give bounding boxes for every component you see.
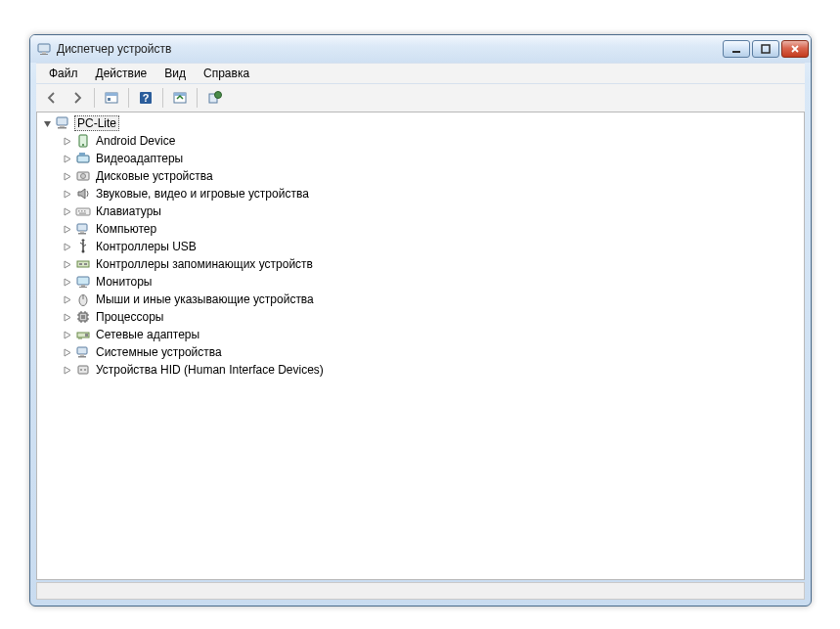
storage-controller-icon — [75, 256, 91, 272]
tree-node-label[interactable]: Мыши и иные указывающие устройства — [94, 292, 316, 306]
collapse-icon[interactable] — [41, 117, 53, 129]
device-manager-window: Диспетчер устройств Файл Действие Вид Сп… — [29, 34, 812, 607]
svg-point-31 — [82, 250, 85, 253]
minimize-button[interactable] — [723, 40, 750, 58]
tree-node[interactable]: Дисковые устройства — [59, 167, 802, 185]
processor-icon — [75, 309, 91, 325]
keyboard-icon — [75, 203, 91, 219]
tree-node[interactable]: Звуковые, видео и игровые устройства — [59, 185, 802, 202]
tree-node[interactable]: Устройства HID (Human Interface Devices) — [59, 361, 802, 379]
display-adapter-icon — [75, 151, 91, 166]
app-icon — [36, 41, 52, 57]
window-controls — [723, 40, 809, 58]
svg-rect-37 — [79, 287, 87, 288]
expand-icon[interactable] — [61, 364, 72, 376]
tree-node[interactable]: Клавиатуры — [59, 202, 802, 220]
tree-node[interactable]: Процессоры — [59, 308, 802, 326]
tree-root-node[interactable]: PC-Lite — [39, 114, 802, 132]
android-icon — [75, 133, 91, 149]
tree-node-label[interactable]: Системные устройства — [94, 345, 224, 359]
expand-icon[interactable] — [61, 188, 72, 200]
tree-node-label[interactable]: Мониторы — [94, 275, 154, 289]
tree-node-label[interactable]: Процессоры — [94, 310, 166, 324]
device-tree-pane[interactable]: PC-Lite Android Device Видеоадаптеры Дис… — [36, 112, 805, 580]
tree-node-label[interactable]: Контроллеры запоминающих устройств — [94, 257, 315, 271]
statusbar — [36, 582, 805, 600]
expand-icon[interactable] — [61, 311, 72, 323]
mouse-icon — [75, 292, 91, 307]
tree-node-label[interactable]: Дисковые устройства — [94, 169, 215, 183]
back-button[interactable] — [40, 86, 64, 110]
svg-point-22 — [81, 174, 86, 179]
forward-button[interactable] — [66, 86, 89, 110]
svg-rect-29 — [80, 231, 84, 233]
svg-rect-2 — [40, 54, 48, 55]
scan-hardware-button[interactable] — [168, 86, 192, 110]
svg-rect-36 — [81, 285, 85, 287]
expand-icon[interactable] — [61, 329, 72, 340]
expand-icon[interactable] — [61, 293, 72, 305]
tree-node[interactable]: Сетевые адаптеры — [59, 326, 802, 343]
tree-node[interactable]: Контроллеры запоминающих устройств — [59, 255, 802, 273]
close-button[interactable] — [781, 40, 809, 58]
tree-node-label[interactable]: Устройства HID (Human Interface Devices) — [94, 363, 326, 377]
tree-node-label[interactable]: Контроллеры USB — [94, 240, 199, 253]
tree-node[interactable]: Мыши и иные указывающие устройства — [59, 291, 802, 308]
menu-view[interactable]: Вид — [155, 65, 195, 82]
svg-point-18 — [82, 144, 84, 146]
expand-icon[interactable] — [61, 241, 72, 252]
tree-node[interactable]: Видеоадаптеры — [59, 150, 802, 167]
toolbar-separator — [128, 88, 129, 108]
show-hidden-button[interactable] — [100, 86, 123, 110]
tree-node[interactable]: Android Device — [59, 132, 802, 150]
disk-drive-icon — [75, 168, 91, 184]
svg-rect-33 — [79, 263, 82, 265]
svg-rect-24 — [78, 210, 80, 212]
device-tree: PC-Lite Android Device Видеоадаптеры Дис… — [39, 114, 802, 379]
svg-rect-32 — [77, 261, 89, 267]
svg-point-58 — [80, 369, 82, 371]
tree-node[interactable]: Контроллеры USB — [59, 238, 802, 255]
help-button[interactable]: ? — [134, 86, 157, 110]
svg-rect-6 — [106, 93, 117, 96]
tree-node-label[interactable]: Компьютер — [94, 222, 158, 236]
update-driver-button[interactable] — [202, 86, 226, 110]
svg-rect-34 — [84, 263, 87, 265]
expand-icon[interactable] — [61, 346, 72, 358]
tree-node[interactable]: Системные устройства — [59, 343, 802, 361]
svg-text:?: ? — [143, 92, 150, 104]
tree-node[interactable]: Мониторы — [59, 273, 802, 291]
expand-icon[interactable] — [61, 223, 72, 235]
menu-file[interactable]: Файл — [40, 65, 87, 82]
svg-rect-1 — [42, 52, 46, 54]
tree-node-label[interactable]: Клавиатуры — [94, 204, 163, 218]
expand-icon[interactable] — [61, 153, 72, 164]
expand-icon[interactable] — [61, 170, 72, 182]
tree-node[interactable]: Компьютер — [59, 220, 802, 238]
tree-node-label[interactable]: Сетевые адаптеры — [94, 328, 201, 341]
maximize-button[interactable] — [752, 40, 779, 58]
expand-icon[interactable] — [61, 205, 72, 217]
tree-root-label[interactable]: PC-Lite — [74, 115, 119, 131]
expand-icon[interactable] — [61, 135, 72, 147]
svg-rect-28 — [77, 224, 87, 231]
toolbar-separator — [197, 88, 198, 108]
svg-rect-35 — [77, 277, 89, 285]
svg-rect-15 — [60, 125, 65, 127]
svg-rect-14 — [57, 117, 67, 125]
tree-node-label[interactable]: Видеоадаптеры — [94, 152, 185, 165]
svg-rect-0 — [38, 44, 50, 52]
tree-node-label[interactable]: Звуковые, видео и игровые устройства — [94, 187, 311, 201]
computer-icon — [56, 115, 71, 131]
menu-help[interactable]: Справка — [195, 65, 258, 82]
hid-icon — [75, 362, 91, 378]
menu-action[interactable]: Действие — [87, 65, 156, 82]
expand-icon[interactable] — [61, 258, 72, 270]
svg-rect-7 — [108, 98, 111, 101]
svg-rect-20 — [79, 153, 85, 156]
tree-node-label[interactable]: Android Device — [94, 134, 177, 148]
usb-icon — [75, 239, 91, 254]
svg-rect-54 — [77, 347, 87, 354]
expand-icon[interactable] — [61, 276, 72, 288]
svg-rect-27 — [79, 213, 86, 214]
